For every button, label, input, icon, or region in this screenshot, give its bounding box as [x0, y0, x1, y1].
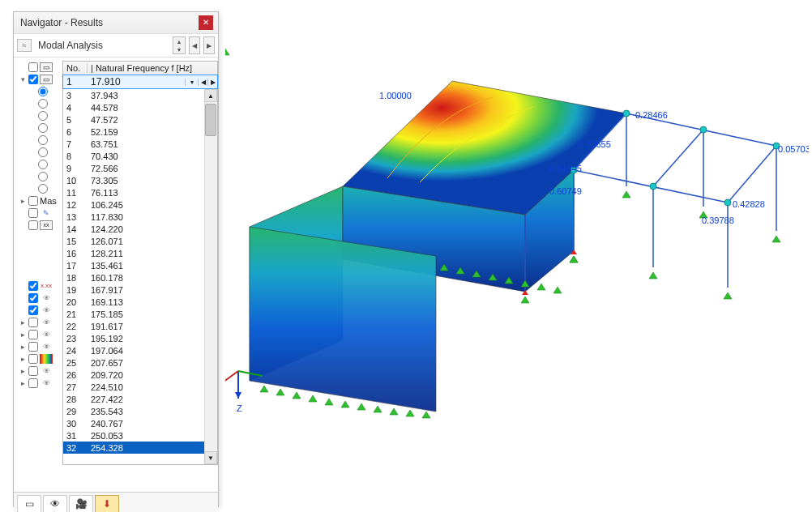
frequency-list-item[interactable]: 22191.617 [63, 320, 217, 332]
chevron-down-icon[interactable]: ▾ [185, 79, 198, 86]
frequency-list-item[interactable]: 20169.113 [63, 296, 217, 308]
tree-radio-5[interactable] [17, 134, 62, 146]
freq-value: 197.064 [88, 346, 217, 356]
frequency-list-item[interactable]: 652.159 [63, 126, 217, 138]
analysis-mode-label: Modal Analysis [35, 40, 169, 51]
expand-icon[interactable]: ▸ [19, 379, 27, 387]
expand-icon[interactable]: ▸ [19, 343, 27, 351]
frequency-dropdown[interactable]: 1 17.910 ▾ ◀ ▶ [62, 75, 218, 89]
tab-views[interactable]: 🎥 [69, 495, 93, 513]
prev-freq-button[interactable]: ◀ [198, 79, 207, 86]
expand-icon[interactable]: ▸ [19, 355, 27, 363]
frequency-list-item[interactable]: 30240.767 [63, 417, 217, 429]
tree-radio-1[interactable] [17, 85, 62, 97]
tree-radio-3[interactable] [17, 109, 62, 122]
freq-no: 28 [63, 395, 88, 404]
tab-results[interactable]: ⬇ [95, 495, 119, 513]
scrollbar-track[interactable]: ▲ ▼ [204, 89, 217, 464]
frequency-list-item[interactable]: 1073.305 [63, 174, 217, 186]
tree-radio-2[interactable] [17, 97, 62, 109]
frequency-list-item[interactable]: 972.566 [63, 162, 217, 174]
mode-next-button[interactable]: ▶ [203, 36, 215, 54]
tree-radio-8[interactable] [17, 170, 62, 182]
frequency-list-item[interactable]: 21175.185 [63, 308, 217, 320]
tree-opt-2[interactable]: 👁 [17, 292, 62, 304]
tree-item-1-check[interactable] [28, 75, 38, 84]
freq-value: 76.113 [88, 188, 217, 198]
frequency-list-item[interactable]: 32254.328 [63, 442, 217, 454]
mode-stepper[interactable]: ▲▼ [173, 36, 186, 54]
tree-opt-8[interactable]: ▸👁 [17, 365, 62, 377]
frequency-list-item[interactable]: 16128.211 [63, 247, 217, 259]
tree-opt-1[interactable]: x.xx [17, 279, 62, 292]
tree-opt-3[interactable]: 👁 [17, 304, 62, 316]
close-button[interactable]: ✕ [199, 15, 213, 30]
frequency-list-item[interactable]: 14124.220 [63, 223, 217, 235]
tree-radio-6[interactable] [17, 146, 62, 158]
frequency-list-item[interactable]: 870.430 [63, 150, 217, 162]
frequency-list-item[interactable]: 19167.917 [63, 284, 217, 296]
freq-value: 44.578 [88, 103, 217, 113]
node-value-6: 0.42828 [733, 199, 765, 209]
frequency-list-item[interactable]: 547.572 [63, 113, 217, 126]
mode-prev-button[interactable]: ◀ [189, 36, 200, 54]
tab-display[interactable]: 👁 [43, 495, 67, 513]
frequency-list-item[interactable]: 31250.053 [63, 429, 217, 442]
selected-val: 17.910 [88, 76, 185, 87]
tree-opt-6[interactable]: ▸👁 [17, 340, 62, 352]
frequency-list-item[interactable]: 337.943 [63, 89, 217, 101]
frequency-list-item[interactable]: 763.751 [63, 138, 217, 150]
frequency-list-item[interactable]: 444.578 [63, 101, 217, 113]
model-viewport[interactable]: Z 1.00000 0.28466 0.33655 0.51845 0.6074… [225, 49, 809, 437]
expand-icon[interactable]: ▸ [19, 318, 27, 326]
frequency-list-item[interactable]: 12106.245 [63, 198, 217, 211]
frequency-list-item[interactable]: 26209.720 [63, 369, 217, 381]
frequency-list-item[interactable]: 18160.178 [63, 271, 217, 284]
expand-icon[interactable]: ▸ [19, 331, 27, 339]
expand-icon[interactable]: ▾ [19, 75, 27, 83]
tree-root-toggle[interactable]: ▭ [17, 61, 62, 73]
expand-icon[interactable]: ▸ [19, 197, 27, 205]
frequency-list[interactable]: 337.943444.578547.572652.159763.751870.4… [62, 89, 218, 465]
tree-opt-7[interactable]: ▸ [17, 352, 62, 365]
freq-value: 47.572 [88, 115, 217, 125]
tab-data[interactable]: ▭ [17, 495, 41, 513]
frequency-list-item[interactable]: 27224.510 [63, 381, 217, 393]
freq-value: 254.328 [88, 443, 217, 453]
svg-point-5 [724, 199, 731, 206]
frequency-list-item[interactable]: 17135.461 [63, 259, 217, 271]
frequency-list-item[interactable]: 23195.192 [63, 332, 217, 344]
tree-opt-9[interactable]: ▸👁 [17, 377, 62, 389]
tree-item-pen[interactable]: ✎ [17, 207, 62, 219]
freq-value: 135.461 [88, 261, 217, 271]
tree-opt-4[interactable]: ▸👁 [17, 316, 62, 328]
tree-radio-4[interactable] [17, 122, 62, 134]
analysis-type-icon[interactable]: ≈ [17, 39, 32, 52]
surface-icon: ▭ [40, 62, 53, 72]
tree-root-check[interactable] [28, 62, 38, 72]
tree-radio-7[interactable] [17, 158, 62, 170]
layers-icon: ▭ [25, 498, 34, 510]
frequency-list-item[interactable]: 13117.830 [63, 211, 217, 223]
eye-icon: 👁 [40, 293, 53, 303]
frequency-list-item[interactable]: 1176.113 [63, 186, 217, 198]
frequency-list-item[interactable]: 15126.071 [63, 235, 217, 247]
next-freq-button[interactable]: ▶ [207, 79, 217, 86]
frequency-list-item[interactable]: 25207.657 [63, 356, 217, 369]
values-eye-icon: x.xx [40, 281, 53, 291]
tree-opt-5[interactable]: ▸👁 [17, 328, 62, 340]
list-header[interactable]: No. | Natural Frequency f [Hz] [62, 61, 218, 75]
scrollbar-thumb[interactable] [205, 104, 216, 136]
freq-no: 24 [63, 346, 88, 356]
scroll-down-button[interactable]: ▼ [204, 451, 217, 464]
frequency-list-item[interactable]: 29235.543 [63, 405, 217, 417]
tree-radio-9[interactable] [17, 182, 62, 194]
expand-icon[interactable]: ▸ [19, 367, 27, 375]
tree-item-xx[interactable]: xx [17, 219, 62, 231]
node-value-2: 0.33655 [579, 139, 611, 149]
tree-item-mas[interactable]: ▸Mas [17, 194, 62, 207]
frequency-list-item[interactable]: 28227.422 [63, 393, 217, 405]
tree-item-1[interactable]: ▾ ▭ [17, 73, 62, 85]
scroll-up-button[interactable]: ▲ [204, 89, 217, 102]
frequency-list-item[interactable]: 24197.064 [63, 344, 217, 356]
